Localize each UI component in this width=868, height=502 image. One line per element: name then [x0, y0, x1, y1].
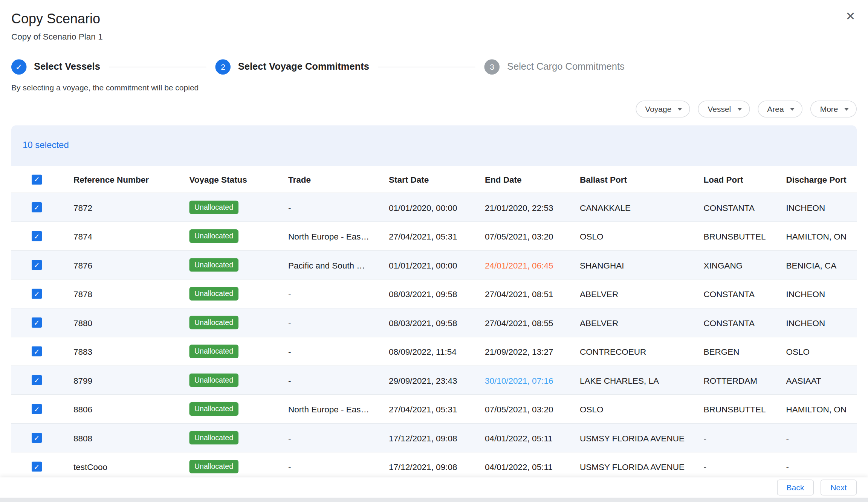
cell-reference-number: 8799	[62, 375, 178, 385]
cell-ballast-port: LAKE CHARLES, LA	[568, 375, 692, 385]
check-icon: ✓	[34, 204, 40, 211]
cell-reference-number: 7883	[62, 346, 178, 356]
check-icon: ✓	[34, 232, 40, 240]
check-icon: ✓	[34, 434, 40, 442]
stepper: ✓ Select Vessels 2 Select Voyage Commitm…	[11, 59, 857, 75]
selected-count: 10 selected	[11, 125, 857, 166]
cell-load-port: -	[692, 462, 775, 471]
close-button[interactable]: ✕	[842, 8, 859, 25]
status-badge: Unallocated	[189, 287, 238, 301]
step-select-voyage-commitments[interactable]: 2 Select Voyage Commitments	[215, 59, 369, 75]
cell-start-date: 17/12/2021, 09:08	[377, 433, 474, 443]
cell-start-date: 01/01/2020, 00:00	[377, 203, 474, 212]
check-icon: ✓	[34, 348, 40, 355]
chevron-down-icon	[737, 108, 742, 111]
step-select-cargo-commitments[interactable]: 3 Select Cargo Commitments	[484, 59, 625, 75]
cell-trade: -	[277, 318, 377, 328]
cell-load-port: CONSTANTA	[692, 203, 775, 212]
cell-trade: -	[277, 203, 377, 212]
check-icon: ✓	[34, 463, 40, 470]
cell-discharge-port: HAMILTON, ON	[775, 404, 857, 414]
row-checkbox[interactable]: ✓	[32, 260, 42, 270]
status-badge: Unallocated	[189, 431, 238, 445]
cell-end-date: 27/04/2021, 08:51	[474, 289, 568, 299]
table-body: ✓ 7872 Unallocated - 01/01/2020, 00:00 2…	[11, 193, 857, 478]
chevron-down-icon	[678, 108, 682, 111]
row-checkbox[interactable]: ✓	[32, 317, 42, 328]
step-number-icon: 2	[215, 59, 231, 75]
column-header-start-date: Start Date	[377, 175, 474, 185]
table-row: ✓ 7872 Unallocated - 01/01/2020, 00:00 2…	[11, 193, 857, 222]
table-row: ✓ 7883 Unallocated - 08/09/2022, 11:54 2…	[11, 337, 857, 366]
cell-start-date: 29/09/2021, 23:43	[377, 375, 474, 385]
cell-reference-number: testCooo	[62, 462, 178, 471]
cell-reference-number: 7874	[62, 231, 178, 241]
table-row: ✓ 7880 Unallocated - 08/03/2021, 09:58 2…	[11, 308, 857, 337]
cell-discharge-port: AASIAAT	[775, 375, 857, 385]
row-checkbox[interactable]: ✓	[32, 231, 42, 241]
back-button[interactable]: Back	[777, 480, 814, 496]
cell-end-date: 07/05/2021, 03:20	[474, 404, 568, 414]
page-title: Copy Scenario	[11, 10, 857, 27]
cell-reference-number: 8808	[62, 433, 178, 443]
cell-discharge-port: INCHEON	[775, 203, 857, 212]
select-all-checkbox[interactable]: ✓	[32, 174, 42, 185]
page-subtitle: Copy of Scenario Plan 1	[11, 31, 857, 42]
cell-end-date: 24/01/2021, 06:45	[474, 260, 568, 270]
check-icon: ✓	[34, 405, 40, 413]
row-checkbox[interactable]: ✓	[32, 346, 42, 357]
filter-area[interactable]: Area	[758, 101, 802, 117]
row-checkbox[interactable]: ✓	[32, 462, 42, 472]
row-checkbox[interactable]: ✓	[32, 202, 42, 212]
backdrop-strip	[0, 498, 868, 502]
row-checkbox[interactable]: ✓	[32, 433, 42, 443]
chevron-down-icon	[844, 108, 849, 111]
cell-discharge-port: INCHEON	[775, 318, 857, 328]
cell-end-date: 07/05/2021, 03:20	[474, 231, 568, 241]
cell-trade: North Europe - Eas…	[277, 404, 377, 414]
dialog-header: Copy Scenario Copy of Scenario Plan 1 ✕	[0, 0, 868, 42]
cell-trade: -	[277, 433, 377, 443]
table-header-row: ✓ Reference Number Voyage Status Trade S…	[11, 166, 857, 193]
row-checkbox[interactable]: ✓	[32, 289, 42, 299]
cell-ballast-port: USMSY FLORIDA AVENUE	[568, 433, 692, 443]
column-header-ballast-port: Ballast Port	[568, 175, 692, 185]
filter-more[interactable]: More	[810, 101, 857, 117]
filter-vessel[interactable]: Vessel	[698, 101, 750, 117]
column-header-trade: Trade	[277, 175, 377, 185]
status-badge: Unallocated	[189, 258, 238, 272]
cell-load-port: -	[692, 433, 775, 443]
column-header-load-port: Load Port	[692, 175, 775, 185]
filter-label: Voyage	[645, 105, 671, 114]
cell-ballast-port: OSLO	[568, 404, 692, 414]
check-icon: ✓	[34, 290, 40, 298]
cell-trade: -	[277, 462, 377, 471]
table-row: ✓ testCooo Unallocated - 17/12/2021, 09:…	[11, 453, 857, 478]
row-checkbox[interactable]: ✓	[32, 404, 42, 414]
table-row: ✓ 7874 Unallocated North Europe - Eas… 2…	[11, 222, 857, 251]
cell-reference-number: 7880	[62, 318, 178, 328]
table-row: ✓ 8799 Unallocated - 29/09/2021, 23:43 3…	[11, 366, 857, 395]
step-label: Select Cargo Commitments	[507, 61, 625, 72]
next-button[interactable]: Next	[821, 480, 857, 496]
row-checkbox[interactable]: ✓	[32, 375, 42, 385]
table-row: ✓ 7878 Unallocated - 08/03/2021, 09:58 2…	[11, 280, 857, 309]
status-badge: Unallocated	[189, 345, 238, 358]
cell-ballast-port: ABELVER	[568, 318, 692, 328]
copy-scenario-dialog: Copy Scenario Copy of Scenario Plan 1 ✕ …	[0, 0, 868, 502]
filter-bar: Voyage Vessel Area More	[11, 101, 857, 117]
step-connector	[378, 66, 475, 67]
filter-label: Area	[767, 105, 784, 114]
cell-trade: Pacific and South …	[277, 260, 377, 270]
column-header-voyage-status: Voyage Status	[178, 175, 277, 185]
cell-ballast-port: OSLO	[568, 231, 692, 241]
status-badge: Unallocated	[189, 229, 238, 243]
cell-start-date: 08/03/2021, 09:58	[377, 318, 474, 328]
filter-voyage[interactable]: Voyage	[636, 101, 690, 117]
step-select-vessels[interactable]: ✓ Select Vessels	[11, 59, 100, 75]
cell-end-date: 30/10/2021, 07:16	[474, 375, 568, 385]
cell-start-date: 08/03/2021, 09:58	[377, 289, 474, 299]
cell-trade: -	[277, 289, 377, 299]
cell-end-date: 04/01/2022, 05:11	[474, 433, 568, 443]
cell-reference-number: 7878	[62, 289, 178, 299]
